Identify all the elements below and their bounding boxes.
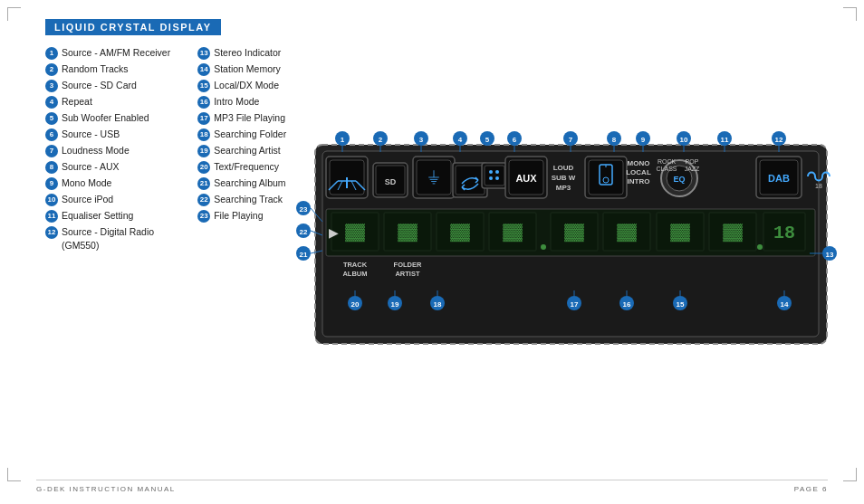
- item-text: Searching Track: [214, 193, 283, 206]
- crop-mark-tr: [843, 7, 857, 21]
- item-num: 23: [197, 210, 210, 223]
- item-num: 5: [45, 112, 58, 125]
- svg-text:ALBUM: ALBUM: [342, 270, 367, 278]
- list-item: 14 Station Memory: [197, 62, 286, 77]
- item-num: 1: [45, 47, 58, 60]
- right-column: 13 Stereo Indicator 14 Station Memory 15…: [197, 46, 286, 252]
- list-item: 15 Local/DX Mode: [197, 79, 286, 93]
- list-item: 8 Source - AUX: [45, 160, 170, 175]
- list-item: 10 Source iPod: [45, 193, 170, 207]
- svg-text:10: 10: [680, 136, 688, 144]
- svg-text:18: 18: [773, 223, 795, 243]
- svg-text:13: 13: [826, 251, 834, 259]
- svg-text:21: 21: [300, 251, 308, 259]
- item-num: 4: [45, 96, 58, 109]
- list-item: 17 MP3 File Playing: [197, 111, 286, 126]
- svg-text:5: 5: [485, 136, 490, 144]
- list-item: 19 Searching Artist: [197, 144, 286, 158]
- svg-text:6: 6: [513, 136, 517, 144]
- svg-point-56: [495, 170, 499, 174]
- svg-text:AUX: AUX: [515, 173, 537, 184]
- item-text: Random Tracks: [62, 62, 129, 76]
- svg-text:8: 8: [612, 136, 617, 144]
- item-text: Source - AUX: [62, 160, 120, 174]
- svg-text:11: 11: [721, 136, 729, 144]
- item-text: Mono Mode: [62, 176, 111, 190]
- svg-text:▓▓: ▓▓: [617, 223, 637, 242]
- svg-text:TRACK: TRACK: [343, 261, 368, 269]
- item-text: Intro Mode: [214, 95, 259, 109]
- svg-text:INTRO: INTRO: [628, 177, 650, 185]
- svg-text:7: 7: [569, 136, 573, 144]
- list-item: 4 Repeat: [45, 95, 170, 109]
- item-num: 18: [197, 128, 210, 141]
- svg-text:16: 16: [623, 300, 631, 309]
- item-num: 11: [45, 210, 58, 223]
- item-num: 22: [197, 194, 210, 206]
- item-num: 10: [45, 194, 58, 206]
- item-text: Repeat: [62, 95, 92, 109]
- svg-text:▓▓: ▓▓: [398, 223, 418, 242]
- item-num: 6: [45, 128, 58, 141]
- list-item: 6 Source - USB: [45, 128, 170, 142]
- svg-point-57: [489, 176, 493, 180]
- list-item: 5 Sub Woofer Enabled: [45, 111, 170, 126]
- svg-text:SUB W: SUB W: [552, 174, 576, 182]
- footer-right-text: PAGE 6: [794, 485, 828, 493]
- crop-mark-br: [843, 468, 857, 481]
- item-text: Source - USB: [62, 128, 120, 141]
- svg-text:JAZZ: JAZZ: [685, 166, 700, 172]
- item-num: 9: [45, 177, 58, 190]
- device-diagram: 1 2 3 4 5 6 7 8 9 10 11 12: [290, 113, 842, 394]
- svg-text:ROCK: ROCK: [658, 158, 677, 165]
- svg-text:19: 19: [391, 300, 399, 309]
- list-item: 1 Source - AM/FM Receiver: [45, 46, 170, 61]
- item-num: 16: [197, 96, 210, 109]
- svg-text:3: 3: [419, 136, 424, 144]
- item-num: 8: [45, 161, 58, 174]
- footer: G-DEK INSTRUCTION MANUAL PAGE 6: [36, 480, 828, 493]
- list-item: 3 Source - SD Card: [45, 79, 170, 93]
- svg-text:23: 23: [300, 205, 308, 214]
- svg-text:POP: POP: [686, 158, 699, 165]
- svg-text:⏚: ⏚: [428, 166, 439, 185]
- item-text: Equaliser Setting: [62, 209, 133, 223]
- svg-point-102: [757, 244, 763, 250]
- item-num: 2: [45, 63, 58, 76]
- item-text: Source - Digital Radio (GM550): [62, 225, 154, 252]
- list-item: 12 Source - Digital Radio (GM550): [45, 225, 170, 252]
- svg-text:ARTIST: ARTIST: [395, 270, 420, 278]
- item-text: Searching Folder: [214, 128, 286, 141]
- list-item: 16 Intro Mode: [197, 95, 286, 109]
- item-text: Stereo Indicator: [214, 46, 281, 60]
- item-text: Station Memory: [214, 62, 281, 76]
- footer-left-text: G-DEK INSTRUCTION MANUAL: [36, 485, 176, 493]
- item-num: 3: [45, 80, 58, 92]
- page-container: LIQUID CRYSTAL DISPLAY 1 Source - AM/FM …: [0, 0, 864, 504]
- svg-text:12: 12: [775, 136, 783, 144]
- svg-rect-54: [485, 166, 504, 185]
- svg-text:FOLDER: FOLDER: [394, 261, 422, 269]
- svg-text:▶: ▶: [329, 225, 339, 240]
- svg-text:▓▓: ▓▓: [503, 223, 523, 242]
- list-item: 21 Searching Album: [197, 176, 286, 191]
- svg-text:18: 18: [434, 300, 442, 309]
- svg-text:MONO: MONO: [628, 159, 650, 167]
- svg-text:▓▓: ▓▓: [723, 223, 743, 242]
- svg-text:CLASS: CLASS: [657, 166, 677, 172]
- crop-mark-tl: [7, 7, 21, 21]
- svg-text:20: 20: [351, 300, 360, 309]
- svg-text:14: 14: [781, 300, 789, 309]
- list-item: 9 Mono Mode: [45, 176, 170, 191]
- item-text: Source - AM/FM Receiver: [62, 46, 170, 60]
- svg-text:2: 2: [379, 136, 383, 144]
- svg-text:MP3: MP3: [556, 184, 571, 192]
- item-text: Source - SD Card: [62, 79, 137, 92]
- svg-text:17: 17: [571, 300, 579, 309]
- svg-text:LOUD: LOUD: [553, 164, 574, 172]
- item-text: Searching Album: [214, 176, 285, 190]
- item-text: Loudness Mode: [62, 144, 130, 157]
- list-item: 2 Random Tracks: [45, 62, 170, 77]
- svg-text:▓▓: ▓▓: [564, 223, 584, 242]
- svg-text:▓▓: ▓▓: [450, 223, 470, 242]
